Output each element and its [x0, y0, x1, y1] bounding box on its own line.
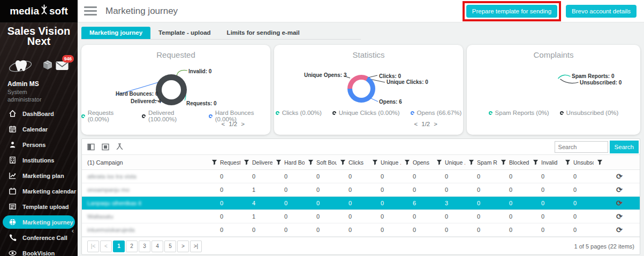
table-row[interactable]: onoampanju mo010000000000⟳ [82, 183, 640, 197]
search-input[interactable] [555, 141, 608, 153]
hamburger-menu-icon[interactable] [84, 4, 97, 18]
pagination-page-1[interactable]: 1 [113, 241, 125, 252]
legend-item[interactable]: Spam Reports (0%) [489, 110, 549, 116]
campaign-table-panel: Search (1) CampaignRequestsDeliveredHard… [81, 138, 640, 255]
pagination-page-2[interactable]: 2 [126, 241, 138, 252]
column-label: Soft Bou... [316, 159, 337, 166]
column-header-unsubsc[interactable]: Unsubsc... [562, 159, 594, 166]
pagination-first-button: |< [87, 241, 99, 252]
chart-pager-prev[interactable]: < [414, 121, 418, 127]
sidebar-item-marketing-journey[interactable]: Marketing journey [3, 215, 75, 229]
legend-dot-icon [142, 114, 146, 118]
sidebar-item-marketing-calendar[interactable]: Marketing calendar [0, 183, 78, 199]
refresh-icon[interactable]: ⟳ [616, 172, 623, 181]
sidebar-item-dashboard[interactable]: DashBoard [0, 106, 78, 121]
refresh-icon[interactable]: ⟳ [616, 199, 623, 207]
table-cell-value: 0 [465, 187, 497, 193]
filter-funnel-icon[interactable] [501, 159, 506, 165]
column-header-campaign[interactable]: (1) Campaign [82, 159, 208, 166]
table-row[interactable]: Lanpaqu sihentkas it040000630000⟳ [82, 197, 640, 210]
filter-funnel-icon[interactable] [244, 159, 249, 165]
sidebar-collapse-icon[interactable]: ‹ [72, 227, 74, 235]
pagination-page-3[interactable]: 3 [139, 241, 150, 252]
table-row[interactable]: atkrata iss tra vista000000000000⟳ [82, 170, 640, 183]
legend-item[interactable]: Unsubscribed (0%) [560, 110, 619, 116]
table-cell-value: 0 [465, 200, 497, 206]
filter-funnel-icon[interactable] [276, 159, 282, 165]
table-cell-value: 0 [401, 213, 433, 220]
brevo-account-button[interactable]: Brevo account details [566, 5, 637, 18]
tab-limits-for-sending-e-mail[interactable]: Limits for sending e-mail [219, 27, 308, 39]
legend-item[interactable]: Unique Clicks (0.00%) [332, 110, 400, 116]
refresh-icon[interactable]: ⟳ [616, 226, 623, 234]
chart-callout: Invalid: 0 [188, 68, 211, 74]
column-header-actions[interactable] [594, 159, 640, 165]
table-row[interactable]: intuemsiskarujeda000000000000⟳ [82, 223, 640, 237]
institution-icon [8, 156, 17, 165]
filter-funnel-icon[interactable] [533, 159, 539, 165]
filter-funnel-icon[interactable] [597, 159, 603, 165]
table-cell-value: 0 [272, 187, 305, 193]
filter-funnel-icon[interactable] [372, 159, 378, 165]
sidebar-item-conference-call[interactable]: Conference Call [0, 230, 78, 245]
legend-item[interactable]: Delivered (100.00%) [142, 110, 198, 122]
pagination-page-5[interactable]: 5 [164, 241, 176, 252]
filter-funnel-icon[interactable] [308, 159, 314, 165]
export-excel-icon[interactable] [87, 143, 95, 151]
table-cell-value: 0 [497, 227, 529, 233]
column-header-delivered[interactable]: Delivered [240, 159, 272, 166]
export-pdf-icon[interactable] [116, 143, 123, 150]
export-word-icon[interactable] [102, 143, 109, 151]
table-cell-value: 0 [401, 227, 433, 233]
prepare-template-button[interactable]: Prepare template for sending [466, 5, 557, 18]
column-header-clicks[interactable]: Clicks [337, 159, 369, 166]
column-header-softbou[interactable]: Soft Bou... [305, 159, 337, 166]
column-header-spamre[interactable]: Spam Re... [465, 159, 497, 166]
column-header-unique[interactable]: Unique ... [369, 159, 401, 166]
sidebar-item-institutions[interactable]: Institutions [0, 152, 78, 168]
pagination-next-button[interactable]: > [177, 241, 189, 252]
tab-marketing-journey[interactable]: Marketing journey [81, 27, 150, 39]
search-button[interactable]: Search [610, 141, 639, 153]
sidebar-item-marketing-plan[interactable]: Marketing plan [0, 168, 78, 183]
mail-icon[interactable]: 946 [55, 60, 69, 73]
column-header-invalid[interactable]: Invalid [529, 159, 562, 166]
tab-template-upload[interactable]: Template - upload [150, 27, 219, 39]
filter-funnel-icon[interactable] [340, 159, 346, 165]
legend-item[interactable]: Opens (66.67%) [411, 110, 462, 116]
filter-funnel-icon[interactable] [211, 159, 217, 165]
refresh-icon[interactable]: ⟳ [616, 185, 623, 194]
chart-pager-next[interactable]: > [434, 121, 437, 127]
legend-item[interactable]: Requests (0.00%) [81, 110, 131, 122]
summary-cards: Requested Invalid: 0Hard Bounces: 0Deliv… [81, 45, 640, 135]
pagination-last-button[interactable]: >| [190, 241, 202, 252]
column-header-requests[interactable]: Requests [208, 159, 240, 166]
mediasoft-logo-icon [40, 4, 48, 19]
filter-funnel-icon[interactable] [436, 159, 442, 165]
chart-pager-next[interactable]: > [241, 121, 245, 127]
eye-icon [8, 249, 17, 256]
table-row[interactable]: Waltasatu010000000000⟳ [82, 210, 640, 223]
refresh-icon[interactable]: ⟳ [616, 212, 623, 221]
column-label: Blocked [509, 159, 529, 166]
pagination-page-4[interactable]: 4 [151, 241, 163, 252]
column-header-opens[interactable]: Opens [401, 159, 433, 166]
column-header-hardbo[interactable]: Hard Bo... [272, 159, 305, 166]
legend-item[interactable]: Clicks (0.00%) [276, 110, 322, 116]
column-label: Clicks [348, 159, 363, 166]
column-label: Requests [220, 159, 240, 166]
filter-funnel-icon[interactable] [404, 159, 410, 165]
chart-pager-prev[interactable]: < [222, 121, 225, 127]
sidebar-item-label: Marketing plan [22, 173, 64, 179]
legend-label: Spam Reports (0%) [495, 110, 549, 116]
sidebar-item-bookvision[interactable]: BookVision [0, 245, 78, 256]
filter-funnel-icon[interactable] [468, 159, 474, 165]
column-header-unique[interactable]: Unique ... [433, 159, 465, 166]
sidebar-item-persons[interactable]: Persons [0, 137, 78, 152]
chart-callout: Opens: 6 [379, 99, 402, 105]
package-icon[interactable] [42, 59, 54, 73]
sidebar-item-template-upload[interactable]: Template upload [0, 199, 78, 214]
column-header-blocked[interactable]: Blocked [497, 159, 529, 166]
filter-funnel-icon[interactable] [565, 159, 571, 165]
sidebar-item-calendar[interactable]: Calendar [0, 121, 78, 137]
